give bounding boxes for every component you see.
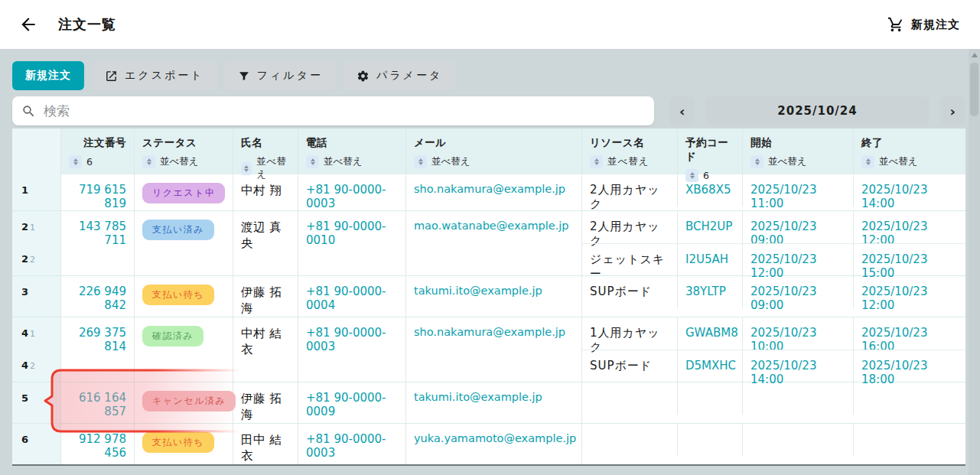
phone-cell[interactable]: +81 90-0000-0003 [298,174,406,210]
filter-button[interactable]: フィルター [225,61,336,90]
start-time-cell: 2025/10/23 12:00 [743,244,854,275]
export-label: エクスポート [125,69,204,83]
back-button[interactable] [15,11,41,37]
email-cell[interactable]: takumi.ito@example.jp [406,276,582,317]
booking-code-cell: 38YLTP [678,276,743,308]
row-index: 5 [12,382,60,415]
end-time-cell [854,382,965,415]
end-time-cell: 2025/10/23 14:00 [854,174,965,207]
table-body: 1719 615 819リクエスト中中村 翔+81 90-0000-0003sh… [12,174,965,464]
order-number-link[interactable]: 616 164 857 [79,391,126,418]
scrollbar-thumb[interactable] [970,63,978,116]
sort-control[interactable]: 並べ替え [750,155,845,168]
order-number-link[interactable]: 226 949 842 [79,285,126,312]
orders-table: 注文番号6ステータス並べ替え氏名並べ替え電話並べ替えメール並べ替えリソース名並べ… [12,129,965,466]
booking-code-cell: I2U5AH [678,244,743,275]
sort-arrows-icon [414,155,427,168]
sort-label: 並べ替え [879,155,918,168]
column-label: ステータス [142,136,225,150]
order-number-link[interactable]: 269 375 814 [79,326,126,353]
sort-control[interactable]: 並べ替え [142,155,225,168]
booking-code-cell: GWABM8 [678,317,743,350]
status-cell: 支払い待ち [135,276,233,317]
cart-icon [887,16,904,33]
phone-cell[interactable]: +81 90-0000-0003 [298,317,406,382]
next-date-button[interactable]: › [940,96,965,125]
email-cell[interactable]: sho.nakamura@example.jp [406,174,582,210]
booking-row: 2人用カヤックXB68X52025/10/23 11:002025/10/23 … [582,174,965,207]
booking-row: 1人用カヤックGWABM82025/10/23 10:002025/10/23 … [582,317,965,350]
row-index-column: 4142 [12,317,61,382]
status-cell: 支払い待ち [135,424,233,464]
filter-icon [238,70,250,82]
export-button[interactable]: エクスポート [92,61,217,90]
column-label: リソース名 [590,136,669,150]
end-time-cell: 2025/10/23 16:00 [854,317,965,350]
phone-cell[interactable]: +81 90-0000-0010 [298,211,406,275]
booking-row [582,382,965,415]
date-display-button[interactable]: 2025/10/24 [705,96,929,125]
start-time-cell: 2025/10/23 09:00 [743,276,854,308]
booking-row: SUPボードD5MXHC2025/10/23 14:002025/10/23 1… [582,350,965,382]
sort-control[interactable]: 6 [69,155,126,168]
resource-cell: 1人用カヤック [582,317,678,350]
order-number-link[interactable]: 143 785 711 [79,220,126,247]
vertical-scrollbar[interactable] [969,49,980,475]
start-time-cell [743,424,854,456]
booking-code-cell: BCH2UP [678,211,743,243]
end-time-cell: 2025/10/23 12:00 [854,211,965,243]
order-number-cell: 719 615 819 [61,174,135,210]
start-time-cell: 2025/10/23 09:00 [743,211,854,243]
resource-cell: 2人用カヤック [582,174,678,207]
phone-cell[interactable]: +81 90-0000-0004 [298,276,406,317]
order-row: 1719 615 819リクエスト中中村 翔+81 90-0000-0003sh… [12,174,965,210]
sort-control[interactable]: 並べ替え [306,155,398,168]
search-box[interactable] [12,96,654,125]
phone-cell[interactable]: +81 90-0000-0003 [298,424,406,464]
sort-label: 6 [86,156,93,168]
end-time-cell [854,424,965,456]
order-number-link[interactable]: 912 978 456 [79,432,126,460]
sort-control[interactable]: 並べ替え [861,155,958,168]
row-index-column: 1 [12,174,61,210]
search-row: ‹ 2025/10/24 › [12,96,965,125]
sort-control[interactable]: 並べ替え [590,155,669,168]
end-time-cell: 2025/10/23 18:00 [854,350,965,382]
top-new-order-button[interactable]: 新規注文 [887,16,960,33]
scroll-up-arrow-icon[interactable] [969,49,980,61]
order-row: 3226 949 842支払い待ち伊藤 拓海+81 90-0000-0004ta… [12,275,965,317]
bookings-column: 2人用カヤックXB68X52025/10/23 11:002025/10/23 … [582,174,965,210]
customer-name-cell: 中村 翔 [233,174,298,210]
booking-code-cell [678,382,743,415]
sort-control[interactable]: 並べ替え [414,155,574,168]
search-input[interactable] [44,103,645,119]
params-button[interactable]: パラメータ [343,61,455,90]
row-index-column: 6 [12,424,61,464]
column-header-phone: 電話並べ替え [298,129,406,174]
new-order-button[interactable]: 新規注文 [12,61,84,90]
prev-date-button[interactable]: ‹ [669,96,695,125]
customer-name-cell: 渡辺 真央 [233,211,298,275]
email-cell[interactable]: takumi.ito@example.jp [406,382,582,423]
status-badge: 支払い待ち [142,285,214,305]
sort-arrows-icon [306,155,319,168]
email-cell[interactable]: sho.nakamura@example.jp [406,317,582,382]
email-cell[interactable]: mao.watanabe@example.jp [406,211,582,275]
row-index: 42 [12,350,60,382]
order-number-link[interactable]: 719 615 819 [79,183,126,210]
status-cell: リクエスト中 [135,174,233,210]
end-time-cell: 2025/10/23 15:00 [854,244,965,275]
phone-cell[interactable]: +81 90-0000-0009 [298,382,406,423]
status-cell: 支払い済み [135,211,233,275]
sort-arrows-icon [590,155,603,168]
order-number-cell: 143 785 711 [61,211,135,275]
column-label: 電話 [306,136,398,150]
column-header-start: 開始並べ替え [743,129,854,174]
booking-row: ジェットスキーI2U5AH2025/10/23 12:002025/10/23 … [582,243,965,275]
top-app-bar: 注文一覧 新規注文 [0,0,980,49]
email-cell[interactable]: yuka.yamamoto@example.jp [406,424,582,464]
row-index: 3 [12,276,60,308]
sort-arrows-icon [142,155,155,168]
sort-arrows-icon [241,162,252,175]
resource-cell: SUPボード [582,276,678,308]
